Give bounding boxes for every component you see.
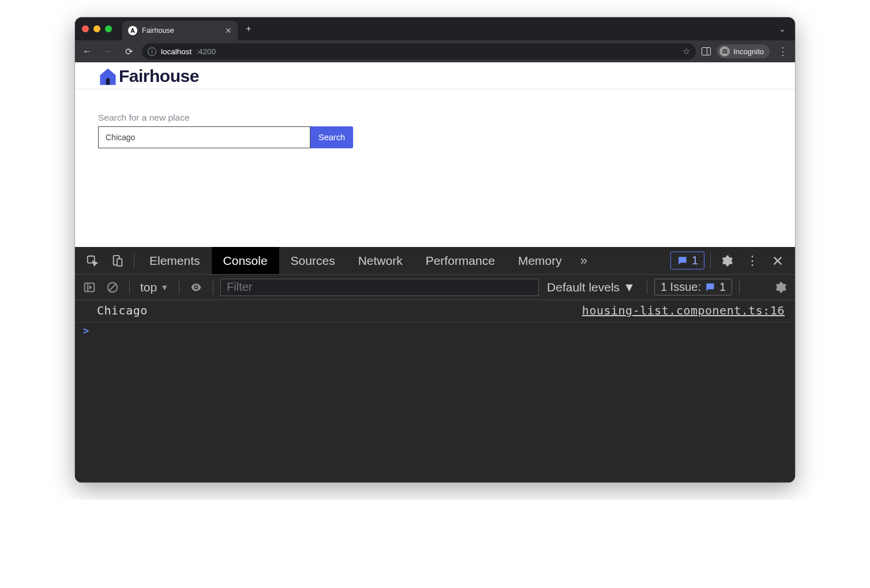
toolbar: ← → ⟳ i localhost:4200 ☆ Incognito ⋮ <box>75 40 795 62</box>
address-bar[interactable]: i localhost:4200 ☆ <box>142 43 696 59</box>
incognito-indicator[interactable]: Incognito <box>717 44 770 58</box>
new-tab-button[interactable]: + <box>246 24 251 34</box>
levels-label: Default levels <box>547 280 620 294</box>
chevron-down-icon: ▼ <box>623 280 635 294</box>
devtools-tab-elements[interactable]: Elements <box>138 247 212 274</box>
console-toolbar: top ▼ Default levels ▼ 1 Issue: 1 <box>75 275 795 300</box>
console-settings-icon[interactable] <box>771 279 790 296</box>
issue-label: 1 Issue: <box>661 280 701 294</box>
browser-tab[interactable]: A Fairhouse ✕ <box>122 21 238 40</box>
devtools-menu-icon[interactable]: ⋮ <box>740 247 765 274</box>
devtools-tab-performance[interactable]: Performance <box>414 247 507 274</box>
devtools-close-icon[interactable] <box>765 247 790 274</box>
sidepanel-icon[interactable] <box>702 47 711 55</box>
devtools-panel: Elements Console Sources Network Perform… <box>75 247 795 482</box>
devtools-issues-badge[interactable]: 1 <box>670 252 704 269</box>
chevron-down-icon: ▼ <box>160 283 168 292</box>
devtools-tab-console[interactable]: Console <box>212 247 279 274</box>
site-info-icon[interactable]: i <box>148 47 156 56</box>
search-input[interactable] <box>98 126 310 148</box>
devtools-more-tabs-icon[interactable]: » <box>573 247 594 274</box>
svg-point-8 <box>195 286 197 289</box>
console-sidebar-toggle-icon[interactable] <box>80 279 99 296</box>
console-log-row[interactable]: Chicago housing-list.component.ts:16 <box>75 300 795 323</box>
log-levels-selector[interactable]: Default levels ▼ <box>542 280 640 294</box>
devtools-settings-icon[interactable] <box>714 247 740 274</box>
minimize-window-button[interactable] <box>93 25 100 32</box>
search-label: Search for a new place <box>98 113 772 123</box>
page-content: Search for a new place Search <box>75 89 795 171</box>
device-toggle-icon[interactable] <box>105 247 130 274</box>
console-output: Chicago housing-list.component.ts:16 > <box>75 300 795 482</box>
console-filter-input[interactable] <box>220 279 539 296</box>
inspect-element-icon[interactable] <box>80 247 105 274</box>
close-window-button[interactable] <box>82 25 89 32</box>
devtools-tab-sources[interactable]: Sources <box>279 247 347 274</box>
live-expression-icon[interactable] <box>186 279 206 296</box>
tab-close-icon[interactable]: ✕ <box>225 26 232 35</box>
issue-count: 1 <box>719 280 726 294</box>
console-prompt[interactable]: > <box>75 323 795 339</box>
svg-point-0 <box>722 51 725 53</box>
issues-badge-count: 1 <box>692 254 698 267</box>
svg-rect-5 <box>117 259 122 266</box>
titlebar: A Fairhouse ✕ + ⌄ <box>75 17 795 40</box>
devtools-tab-network[interactable]: Network <box>347 247 414 274</box>
reload-button[interactable]: ⟳ <box>121 46 136 57</box>
console-log-message: Chicago <box>97 304 148 317</box>
browser-menu-icon[interactable]: ⋮ <box>775 45 790 58</box>
incognito-label: Incognito <box>733 47 764 56</box>
bookmark-star-icon[interactable]: ☆ <box>682 46 690 57</box>
maximize-window-button[interactable] <box>105 25 112 32</box>
search-row: Search <box>98 126 772 148</box>
back-button[interactable]: ← <box>80 46 95 57</box>
devtools-tab-memory[interactable]: Memory <box>507 247 573 274</box>
svg-point-1 <box>725 51 727 53</box>
tab-favicon: A <box>128 26 137 35</box>
window-controls <box>82 25 112 32</box>
page-viewport: Fairhouse Search for a new place Search <box>75 62 795 247</box>
app-header: Fairhouse <box>75 62 795 89</box>
brand-name: Fairhouse <box>119 66 199 86</box>
url-port: :4200 <box>196 47 216 56</box>
forward-button[interactable]: → <box>100 46 115 57</box>
tab-title: Fairhouse <box>142 27 220 35</box>
devtools-tabbar: Elements Console Sources Network Perform… <box>75 247 795 275</box>
console-log-source[interactable]: housing-list.component.ts:16 <box>582 304 785 317</box>
clear-console-icon[interactable] <box>103 279 122 296</box>
svg-rect-2 <box>106 78 110 85</box>
browser-window: A Fairhouse ✕ + ⌄ ← → ⟳ i localhost:4200… <box>75 17 795 482</box>
tabs-dropdown-icon[interactable]: ⌄ <box>779 24 788 33</box>
console-issue-indicator[interactable]: 1 Issue: 1 <box>654 279 732 295</box>
search-button[interactable]: Search <box>310 126 353 148</box>
url-host: localhost <box>161 47 192 56</box>
context-selector[interactable]: top ▼ <box>137 280 172 294</box>
context-label: top <box>140 280 157 294</box>
incognito-icon <box>719 46 730 57</box>
fairhouse-logo-icon <box>98 66 118 87</box>
